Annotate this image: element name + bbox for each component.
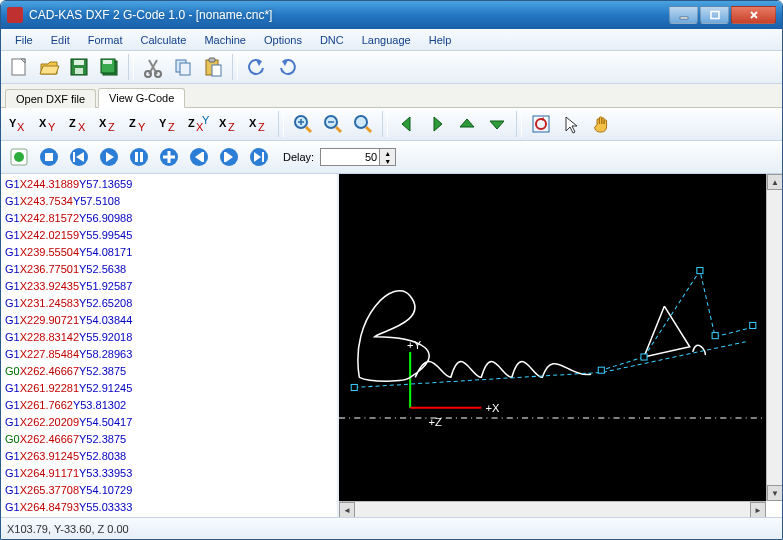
redo-button[interactable] xyxy=(273,53,301,81)
svg-rect-51 xyxy=(73,152,75,162)
pause-button[interactable] xyxy=(125,143,153,171)
gcode-line[interactable]: G1X229.90721Y54.03844 xyxy=(5,312,333,329)
svg-text:Y: Y xyxy=(48,121,56,133)
app-icon xyxy=(7,7,23,23)
gcode-line[interactable]: G1X231.24583Y52.65208 xyxy=(5,295,333,312)
play-button[interactable] xyxy=(95,143,123,171)
axis-yz-button[interactable]: YZ xyxy=(155,110,183,138)
paste-button[interactable] xyxy=(199,53,227,81)
new-button[interactable] xyxy=(5,53,33,81)
axis-zy-button[interactable]: ZY xyxy=(125,110,153,138)
delay-up[interactable]: ▲ xyxy=(380,149,395,157)
svg-rect-69 xyxy=(598,367,604,373)
axis-z-label: +Z xyxy=(428,416,442,428)
tabbar: Open DXF file View G-Code xyxy=(1,84,782,108)
record-button[interactable] xyxy=(5,143,33,171)
zoomout-button[interactable] xyxy=(319,110,347,138)
svg-text:Z: Z xyxy=(228,121,235,133)
svg-rect-55 xyxy=(140,152,143,162)
menu-dnc[interactable]: DNC xyxy=(312,31,352,49)
close-button[interactable] xyxy=(731,6,776,24)
gcode-line[interactable]: G1X264.91171Y53.33953 xyxy=(5,465,333,482)
app-window: CAD-KAS DXF 2 G-Code 1.0 - [noname.cnc*]… xyxy=(0,0,783,540)
axis-xy-button[interactable]: XY xyxy=(35,110,63,138)
gcode-line[interactable]: G1X263.91245Y52.8038 xyxy=(5,448,333,465)
menu-help[interactable]: Help xyxy=(421,31,460,49)
cursor-tool-button[interactable] xyxy=(557,110,585,138)
gcode-line[interactable]: G1X261.7662Y53.81302 xyxy=(5,397,333,414)
hscrollbar[interactable]: ◄ ► xyxy=(339,501,766,517)
svg-line-36 xyxy=(306,127,311,132)
hand-tool-button[interactable] xyxy=(587,110,615,138)
svg-rect-5 xyxy=(75,68,83,74)
gcode-line[interactable]: G0X262.46667Y52.3875 xyxy=(5,363,333,380)
gcode-line[interactable]: G1X228.83142Y55.92018 xyxy=(5,329,333,346)
delay-input[interactable] xyxy=(320,148,380,166)
menu-edit[interactable]: Edit xyxy=(43,31,78,49)
open-button[interactable] xyxy=(35,53,63,81)
menu-file[interactable]: File xyxy=(7,31,41,49)
svg-point-47 xyxy=(14,152,24,162)
maximize-button[interactable] xyxy=(700,6,729,24)
axis-zxy-button[interactable]: ZXY xyxy=(185,110,213,138)
plus-button[interactable] xyxy=(155,143,183,171)
svg-rect-4 xyxy=(74,60,84,65)
titlebar: CAD-KAS DXF 2 G-Code 1.0 - [noname.cnc*] xyxy=(1,1,782,29)
saveall-button[interactable] xyxy=(95,53,123,81)
gcode-line[interactable]: G1X242.81572Y56.90988 xyxy=(5,210,333,227)
next-button[interactable] xyxy=(215,143,243,171)
axis-xz3-button[interactable]: XZ xyxy=(245,110,273,138)
last-button[interactable] xyxy=(245,143,273,171)
gcode-line[interactable]: G0X262.46667Y52.3875 xyxy=(5,431,333,448)
gcode-line[interactable]: G1X244.31889Y57.13659 xyxy=(5,176,333,193)
menu-format[interactable]: Format xyxy=(80,31,131,49)
axis-x-label: +X xyxy=(485,402,500,414)
menu-language[interactable]: Language xyxy=(354,31,419,49)
undo-button[interactable] xyxy=(243,53,271,81)
gcode-line[interactable]: G1X264.84793Y55.03333 xyxy=(5,499,333,516)
rotate-tool-button[interactable] xyxy=(527,110,555,138)
vscroll-down[interactable]: ▼ xyxy=(767,485,782,501)
vscroll-up[interactable]: ▲ xyxy=(767,174,782,190)
first-button[interactable] xyxy=(65,143,93,171)
pan-right-button[interactable] xyxy=(423,110,451,138)
hscroll-left[interactable]: ◄ xyxy=(339,502,355,517)
gcode-line[interactable]: G1X236.77501Y52.5638 xyxy=(5,261,333,278)
hscroll-right[interactable]: ► xyxy=(750,502,766,517)
vscrollbar[interactable]: ▲ ▼ xyxy=(766,174,782,501)
tab-view-gcode[interactable]: View G-Code xyxy=(98,88,185,108)
gcode-line[interactable]: G1X243.7534Y57.5108 xyxy=(5,193,333,210)
save-button[interactable] xyxy=(65,53,93,81)
axis-xz2-button[interactable]: XZ xyxy=(215,110,243,138)
pan-left-button[interactable] xyxy=(393,110,421,138)
viewport[interactable]: +Y +X +Z xyxy=(339,174,766,501)
zoomin-button[interactable] xyxy=(289,110,317,138)
prev-button[interactable] xyxy=(185,143,213,171)
cut-button[interactable] xyxy=(139,53,167,81)
gcode-line[interactable]: G1X265.37708Y54.10729 xyxy=(5,482,333,499)
zoomfit-button[interactable] xyxy=(349,110,377,138)
gcode-line[interactable]: G1X261.92281Y52.91245 xyxy=(5,380,333,397)
gcode-line[interactable]: G1X239.55504Y54.08171 xyxy=(5,244,333,261)
menu-calculate[interactable]: Calculate xyxy=(133,31,195,49)
menu-options[interactable]: Options xyxy=(256,31,310,49)
svg-text:X: X xyxy=(78,121,86,133)
gcode-line[interactable]: G1X262.20209Y54.50417 xyxy=(5,414,333,431)
pan-down-button[interactable] xyxy=(483,110,511,138)
axis-zx-button[interactable]: ZX xyxy=(65,110,93,138)
svg-text:Y: Y xyxy=(138,121,146,133)
stop-button[interactable] xyxy=(35,143,63,171)
axis-xz-button[interactable]: XZ xyxy=(95,110,123,138)
delay-spinner[interactable]: ▲▼ xyxy=(320,147,396,167)
gcode-line[interactable]: G1X233.92435Y51.92587 xyxy=(5,278,333,295)
menu-machine[interactable]: Machine xyxy=(196,31,254,49)
gcode-line[interactable]: G1X242.02159Y55.99545 xyxy=(5,227,333,244)
pan-up-button[interactable] xyxy=(453,110,481,138)
gcode-line[interactable]: G1X227.85484Y58.28963 xyxy=(5,346,333,363)
minimize-button[interactable] xyxy=(669,6,698,24)
axis-yx-button[interactable]: YX xyxy=(5,110,33,138)
copy-button[interactable] xyxy=(169,53,197,81)
tab-open-dxf[interactable]: Open DXF file xyxy=(5,89,96,108)
delay-down[interactable]: ▼ xyxy=(380,157,395,165)
gcode-listing[interactable]: G1X244.31889Y57.13659G1X243.7534Y57.5108… xyxy=(1,174,337,517)
